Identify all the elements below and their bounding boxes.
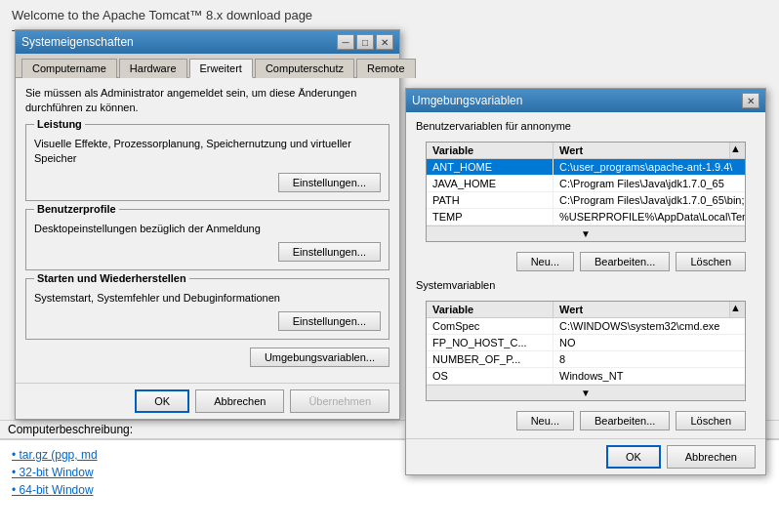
sys-vars-section: Systemvariablen Variable Wert ▲ ComSpec …: [416, 279, 756, 434]
sys-var-name-number: NUMBER_OF_P...: [427, 351, 554, 367]
sys-var-row-os[interactable]: OS Windows_NT: [427, 368, 745, 385]
syseig-tabs: Computername Hardware Erweitert Computer…: [16, 54, 399, 78]
sys-var-name-comspec: ComSpec: [427, 318, 554, 334]
syseig-notice: Sie müssen als Administrator angemeldet …: [25, 86, 390, 116]
sys-var-val-fp: NO: [554, 335, 745, 350]
syseig-close-btn[interactable]: ✕: [376, 34, 393, 50]
syseig-title: Systemeigenschaften: [21, 35, 134, 49]
computer-desc-label: Computerbeschreibung:: [8, 423, 133, 436]
sys-loschen-btn[interactable]: Löschen: [676, 411, 746, 430]
sys-vars-actions: Neu... Bearbeiten... Löschen: [416, 407, 756, 434]
sys-vars-rows: ComSpec C:\WINDOWS\system32\cmd.exe FP_N…: [427, 318, 745, 385]
leistung-label: Leistung: [34, 118, 85, 130]
umgeb-abbrechen-btn[interactable]: Abbrechen: [667, 445, 756, 469]
sys-var-val-number: 8: [554, 351, 745, 367]
user-var-name-ant: ANT_HOME: [427, 159, 554, 175]
syseig-title-buttons: ─ □ ✕: [337, 34, 393, 50]
sys-var-row-number[interactable]: NUMBER_OF_P... 8: [427, 351, 745, 368]
benutzerprofile-label: Benutzerprofile: [34, 203, 119, 215]
leistung-einstellungen-btn[interactable]: Einstellungen...: [278, 173, 381, 192]
tab-remote[interactable]: Remote: [356, 59, 416, 78]
tab-computerschutz[interactable]: Computerschutz: [255, 59, 354, 78]
user-var-row-path[interactable]: PATH C:\Program Files\Java\jdk1.7.0_65\b…: [427, 192, 745, 209]
user-col-wert: Wert: [554, 143, 729, 158]
sys-var-val-os: Windows_NT: [554, 368, 745, 384]
sys-neu-btn[interactable]: Neu...: [516, 411, 574, 430]
user-col-variable: Variable: [427, 143, 554, 158]
sys-vars-table-container: Variable Wert ▲ ComSpec C:\WINDOWS\syste…: [426, 301, 746, 401]
user-var-val-java: C:\Program Files\Java\jdk1.7.0_65: [554, 176, 745, 191]
sys-col-wert: Wert: [554, 302, 729, 317]
user-var-name-java: JAVA_HOME: [427, 176, 554, 191]
sys-var-name-os: OS: [427, 368, 554, 384]
user-var-row-ant[interactable]: ANT_HOME C:\user_programs\apache-ant-1.9…: [427, 159, 745, 176]
user-var-name-temp: TEMP: [427, 209, 554, 225]
benutzerprofile-einstellungen-btn[interactable]: Einstellungen...: [278, 242, 381, 262]
sys-vars-header: Variable Wert ▲: [427, 302, 745, 318]
user-vars-actions: Neu... Bearbeiten... Löschen: [416, 248, 756, 275]
umgeb-title: Umgebungsvariablen: [412, 94, 522, 107]
user-vars-section: Benutzervariablen für annonyme Variable …: [416, 120, 756, 275]
tab-hardware[interactable]: Hardware: [119, 59, 187, 78]
tab-erweitert[interactable]: Erweitert: [189, 59, 253, 78]
syseig-title-bar: Systemeigenschaften ─ □ ✕: [16, 30, 399, 54]
sys-scrollbar-down[interactable]: ▼: [427, 385, 745, 400]
user-var-val-path: C:\Program Files\Java\jdk1.7.0_65\bin;..…: [554, 192, 745, 208]
umgebungsvariablen-btn[interactable]: Umgebungsvariablen...: [250, 348, 390, 367]
user-vars-rows: ANT_HOME C:\user_programs\apache-ant-1.9…: [427, 159, 745, 225]
leistung-section: Leistung Visuelle Effekte, Prozessorplan…: [25, 124, 390, 201]
sys-var-name-fp: FP_NO_HOST_C...: [427, 335, 554, 350]
tab-computername[interactable]: Computername: [21, 59, 117, 78]
starten-section: Starten und Wiederherstellen Systemstart…: [25, 278, 390, 340]
syseig-minimize-btn[interactable]: ─: [337, 34, 354, 50]
sys-var-val-comspec: C:\WINDOWS\system32\cmd.exe: [554, 318, 745, 334]
syseig-body: Sie müssen als Administrator angemeldet …: [16, 78, 399, 379]
user-vars-header: Variable Wert ▲: [427, 143, 745, 159]
user-vars-table-container: Variable Wert ▲ ANT_HOME C:\user_program…: [426, 142, 746, 242]
umgeb-ok-btn[interactable]: OK: [606, 445, 661, 469]
systemeigenschaften-dialog: Systemeigenschaften ─ □ ✕ Computername H…: [15, 29, 400, 420]
sys-var-row-comspec[interactable]: ComSpec C:\WINDOWS\system32\cmd.exe: [427, 318, 745, 335]
sys-var-row-fp[interactable]: FP_NO_HOST_C... NO: [427, 335, 745, 351]
browser-link-3[interactable]: • 64-bit Window: [12, 483, 767, 497]
leistung-desc: Visuelle Effekte, Prozessorplanung, Spei…: [34, 137, 381, 167]
sys-scrollbar-up[interactable]: ▲: [729, 302, 745, 317]
sys-col-variable: Variable: [427, 302, 554, 317]
user-scrollbar-up[interactable]: ▲: [729, 143, 745, 158]
sys-bearbeiten-btn[interactable]: Bearbeiten...: [580, 411, 670, 430]
syseig-ok-btn[interactable]: OK: [135, 389, 189, 413]
umgeb-title-bar: Umgebungsvariablen ✕: [406, 89, 765, 112]
starten-einstellungen-btn[interactable]: Einstellungen...: [278, 311, 381, 331]
umgeb-close-btn[interactable]: ✕: [742, 93, 759, 108]
user-section-label: Benutzervariablen für annonyme: [416, 120, 756, 136]
user-loschen-btn[interactable]: Löschen: [676, 252, 746, 271]
syseig-footer: OK Abbrechen Übernehmen: [16, 383, 399, 419]
user-var-row-temp[interactable]: TEMP %USERPROFILE%\AppData\Local\Temp: [427, 209, 745, 225]
benutzerprofile-section: Benutzerprofile Desktopeinstellungen bez…: [25, 209, 390, 270]
syseig-maximize-btn[interactable]: □: [356, 34, 374, 50]
syseig-abbrechen-btn[interactable]: Abbrechen: [195, 389, 284, 413]
starten-label: Starten und Wiederherstellen: [34, 272, 189, 284]
starten-desc: Systemstart, Systemfehler und Debuginfor…: [34, 291, 381, 306]
browser-title-text: Welcome to the Apache Tomcat™ 8.x downlo…: [12, 8, 767, 22]
user-var-row-java[interactable]: JAVA_HOME C:\Program Files\Java\jdk1.7.0…: [427, 176, 745, 192]
user-var-val-temp: %USERPROFILE%\AppData\Local\Temp: [554, 209, 745, 225]
user-var-name-path: PATH: [427, 192, 554, 208]
benutzerprofile-desc: Desktopeinstellungen bezüglich der Anmel…: [34, 222, 381, 236]
user-neu-btn[interactable]: Neu...: [516, 252, 574, 271]
umgeb-footer: OK Abbrechen: [406, 438, 765, 474]
sys-section-label: Systemvariablen: [416, 279, 756, 295]
user-var-val-ant: C:\user_programs\apache-ant-1.9.4\: [554, 159, 745, 175]
user-scrollbar-down[interactable]: ▼: [427, 225, 745, 241]
syseig-ubernehmen-btn[interactable]: Übernehmen: [290, 389, 390, 413]
umgeb-title-buttons: ✕: [742, 93, 759, 108]
user-bearbeiten-btn[interactable]: Bearbeiten...: [580, 252, 670, 271]
umgebungsvariablen-dialog: Umgebungsvariablen ✕ Benutzervariablen f…: [405, 88, 766, 475]
